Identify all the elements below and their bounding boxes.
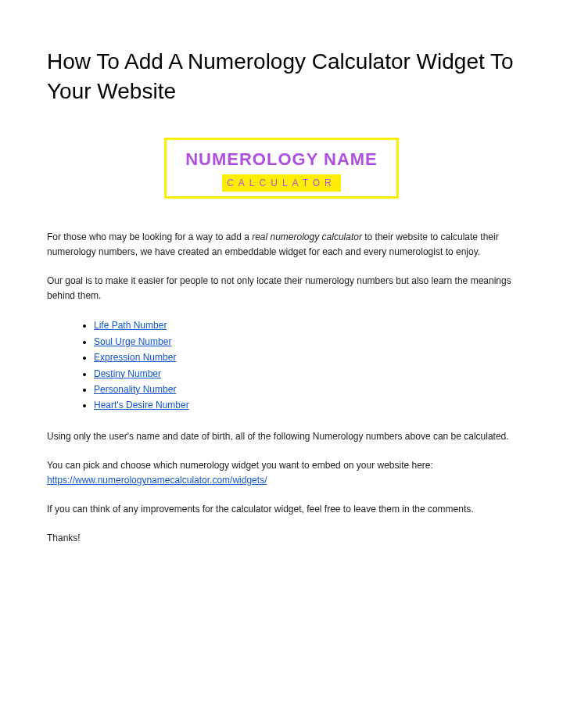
- paragraph-embed: You can pick and choose which numerology…: [47, 458, 516, 488]
- link-expression[interactable]: Expression Number: [94, 352, 176, 363]
- italic-text: real numerology calculator: [252, 231, 362, 242]
- logo-box: NUMEROLOGY NAME CALCULATOR: [164, 138, 399, 199]
- logo-sub-text: CALCULATOR: [222, 174, 341, 192]
- link-soul-urge[interactable]: Soul Urge Number: [94, 336, 171, 347]
- text: For those who may be looking for a way t…: [47, 231, 252, 242]
- list-item: Life Path Number: [94, 317, 516, 333]
- widgets-url-link[interactable]: https://www.numerologynamecalculator.com…: [47, 475, 267, 486]
- paragraph-usage: Using only the user's name and date of b…: [47, 429, 516, 444]
- logo-main-text: NUMEROLOGY NAME: [182, 149, 381, 170]
- intro-paragraph-1: For those who may be looking for a way t…: [47, 230, 516, 260]
- text: You can pick and choose which numerology…: [47, 460, 433, 471]
- list-item: Destiny Number: [94, 366, 516, 382]
- paragraph-feedback: If you can think of any improvements for…: [47, 502, 516, 517]
- link-personality[interactable]: Personality Number: [94, 384, 176, 395]
- list-item: Heart's Desire Number: [94, 397, 516, 413]
- list-item: Soul Urge Number: [94, 334, 516, 350]
- paragraph-thanks: Thanks!: [47, 531, 516, 546]
- list-item: Personality Number: [94, 382, 516, 397]
- logo-container: NUMEROLOGY NAME CALCULATOR: [47, 138, 516, 199]
- list-item: Expression Number: [94, 350, 516, 365]
- numerology-links-list: Life Path Number Soul Urge Number Expres…: [47, 317, 516, 413]
- link-hearts-desire[interactable]: Heart's Desire Number: [94, 400, 189, 411]
- intro-paragraph-2: Our goal is to make it easier for people…: [47, 274, 516, 303]
- link-destiny[interactable]: Destiny Number: [94, 368, 161, 379]
- page-title: How To Add A Numerology Calculator Widge…: [47, 47, 516, 106]
- link-life-path[interactable]: Life Path Number: [94, 320, 167, 331]
